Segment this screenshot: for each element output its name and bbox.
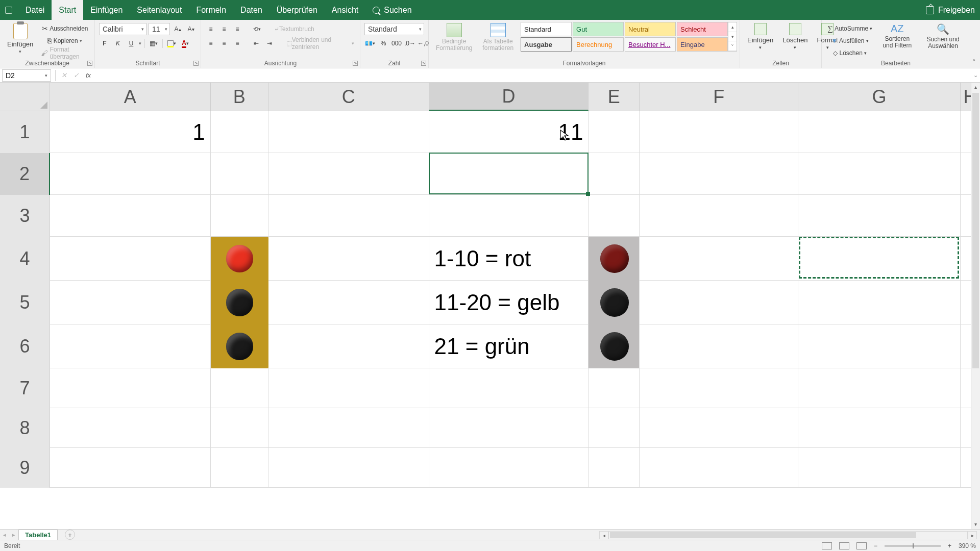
row-header-2[interactable]: 2 xyxy=(0,153,50,195)
style-ausgabe[interactable]: Ausgabe xyxy=(521,37,572,52)
view-normal[interactable] xyxy=(822,542,832,549)
view-pagelayout[interactable] xyxy=(839,542,849,549)
col-header-G[interactable]: G xyxy=(798,83,961,111)
sheet-nav-prev[interactable]: ▸ xyxy=(9,532,18,538)
comma-format[interactable]: 000 xyxy=(391,38,402,49)
cell-E8[interactable] xyxy=(589,408,640,448)
fx-button[interactable]: fx xyxy=(82,69,94,82)
bold-button[interactable]: F xyxy=(99,38,110,49)
fill-color-button[interactable]: ▾ xyxy=(166,38,178,49)
cell-G2[interactable] xyxy=(798,153,961,195)
decrease-font-button[interactable]: A▾ xyxy=(185,23,197,35)
cell-F9[interactable] xyxy=(640,448,798,488)
row-header-6[interactable]: 6 xyxy=(0,324,50,368)
cell-F8[interactable] xyxy=(640,408,798,448)
cell-G1[interactable] xyxy=(798,111,961,153)
border-button[interactable]: ▦▾ xyxy=(148,38,159,49)
cell-G4[interactable] xyxy=(798,237,961,281)
col-header-E[interactable]: E xyxy=(589,83,640,111)
merge-center-button[interactable]: ⬚ Verbinden und zentrieren ▾ xyxy=(285,38,356,49)
tab-insert[interactable]: Einfügen xyxy=(83,0,130,20)
accounting-format[interactable]: 💶▾ xyxy=(364,38,376,49)
cell-A9[interactable] xyxy=(50,448,211,488)
tell-me-search[interactable]: Suchen xyxy=(365,0,419,20)
cell-C2[interactable] xyxy=(268,153,429,195)
hscroll-thumb[interactable] xyxy=(610,532,916,538)
formula-expand[interactable]: ⌄ xyxy=(971,72,980,79)
cell-B3[interactable] xyxy=(211,195,268,237)
row-header-3[interactable]: 3 xyxy=(0,195,50,237)
orientation-button[interactable]: ⟲▾ xyxy=(251,23,262,35)
row-header-5[interactable]: 5 xyxy=(0,281,50,324)
copy-button[interactable]: ⎘ Kopieren ▾ xyxy=(39,35,90,46)
cell-F7[interactable] xyxy=(640,368,798,408)
row-header-9[interactable]: 9 xyxy=(0,448,50,488)
share-button[interactable]: Freigeben xyxy=(938,6,975,15)
row-header-4[interactable]: 4 xyxy=(0,237,50,281)
align-left[interactable]: ≡ xyxy=(205,38,216,49)
row-header-1[interactable]: 1 xyxy=(0,111,50,153)
align-top[interactable]: ≡ xyxy=(205,23,216,35)
fill-button[interactable]: ▼ Ausfüllen ▾ xyxy=(826,35,874,46)
delete-cells-button[interactable]: Löschen▾ xyxy=(779,22,811,51)
tab-formulas[interactable]: Formeln xyxy=(189,0,233,20)
vscroll-down[interactable]: ▾ xyxy=(971,520,980,529)
font-name-combo[interactable]: Calibri▾ xyxy=(99,23,146,35)
clear-button[interactable]: ◇ Löschen ▾ xyxy=(826,47,874,59)
decrease-indent[interactable]: ⇤ xyxy=(251,38,262,49)
select-all-corner[interactable] xyxy=(0,83,50,111)
number-dialog-launcher[interactable]: ⬊ xyxy=(421,61,426,66)
cell-G3[interactable] xyxy=(798,195,961,237)
clipboard-dialog-launcher[interactable]: ⬊ xyxy=(87,61,92,66)
align-center[interactable]: ≡ xyxy=(218,38,230,49)
cell-A3[interactable] xyxy=(50,195,211,237)
cell-E9[interactable] xyxy=(589,448,640,488)
underline-button[interactable]: U xyxy=(126,38,137,49)
hscroll-right[interactable]: ▸ xyxy=(968,531,977,539)
cell-C5[interactable] xyxy=(268,281,429,324)
vscroll-up[interactable]: ▴ xyxy=(971,83,980,92)
cell-B1[interactable] xyxy=(211,111,268,153)
cell-F5[interactable] xyxy=(640,281,798,324)
grid-body[interactable]: 11112341-10 = rot511-20 = gelb621 = grün… xyxy=(0,111,980,488)
zoom-out[interactable]: − xyxy=(874,542,877,549)
style-eingabe[interactable]: Eingabe xyxy=(677,37,728,52)
sheet-tab-active[interactable]: Tabelle1 xyxy=(18,530,58,540)
cell-G9[interactable] xyxy=(798,448,961,488)
sort-filter-button[interactable]: AZ Sortieren und Filtern xyxy=(877,22,917,59)
traffic-light-shape[interactable] xyxy=(211,237,268,368)
style-gut[interactable]: Gut xyxy=(573,22,624,36)
name-box-dropdown[interactable]: ▾ xyxy=(45,73,47,78)
style-standard[interactable]: Standard xyxy=(521,22,572,36)
cell-C4[interactable] xyxy=(268,237,429,281)
cell-C6[interactable] xyxy=(268,324,429,368)
cell-D3[interactable] xyxy=(429,195,589,237)
cell-A6[interactable] xyxy=(50,324,211,368)
cell-D8[interactable] xyxy=(429,408,589,448)
style-schlecht[interactable]: Schlecht xyxy=(677,22,728,36)
cell-B8[interactable] xyxy=(211,408,268,448)
tab-file[interactable]: Datei xyxy=(18,0,52,20)
align-right[interactable]: ≡ xyxy=(232,38,243,49)
cell-C9[interactable] xyxy=(268,448,429,488)
cell-F4[interactable] xyxy=(640,237,798,281)
cell-D9[interactable] xyxy=(429,448,589,488)
align-bottom[interactable]: ≡ xyxy=(232,23,243,35)
wrap-text-button[interactable]: ⤶ Textumbruch xyxy=(273,23,316,35)
autosum-button[interactable]: ∑ AutoSumme ▾ xyxy=(826,23,874,34)
cell-D2[interactable] xyxy=(429,153,589,195)
cell-D4[interactable]: 1-10 = rot xyxy=(429,237,589,281)
zoom-level[interactable]: 390 % xyxy=(959,542,976,549)
decrease-decimal[interactable]: ←,0 xyxy=(418,38,429,49)
tab-review[interactable]: Überprüfen xyxy=(270,0,325,20)
cell-F3[interactable] xyxy=(640,195,798,237)
cell-B2[interactable] xyxy=(211,153,268,195)
col-header-A[interactable]: A xyxy=(50,83,211,111)
cell-D5[interactable]: 11-20 = gelb xyxy=(429,281,589,324)
sheet-nav-first[interactable]: ◂ xyxy=(0,532,9,538)
format-painter-button[interactable]: 🖌 Format übertragen xyxy=(39,47,90,59)
name-box[interactable]: D2 ▾ xyxy=(2,69,51,82)
alignment-dialog-launcher[interactable]: ⬊ xyxy=(353,61,358,66)
cell-D6[interactable]: 21 = grün xyxy=(429,324,589,368)
cell-A7[interactable] xyxy=(50,368,211,408)
